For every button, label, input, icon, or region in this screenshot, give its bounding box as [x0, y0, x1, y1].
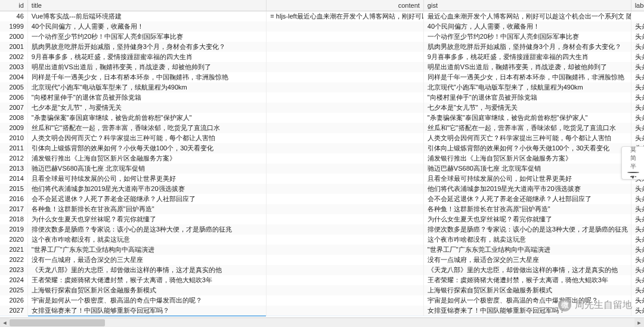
- cell-gist[interactable]: "世界工厂"广东东莞工业结构向中高端演进: [423, 245, 631, 255]
- table-row[interactable]: 2028曹骏 林志颖助阵热烈庆祝魅丝六周年群星演唱会完美收官！曹骏 林志颖助阵热…: [0, 316, 644, 317]
- cell-id[interactable]: 2003: [0, 62, 27, 72]
- table-row[interactable]: 2006"向楼村里伸手"的退休官员被开除党籍"向楼村里伸手"的退休官员被开除党籍…: [0, 92, 644, 103]
- cell-content[interactable]: [267, 123, 423, 133]
- cell-labels[interactable]: 头条: [631, 265, 644, 275]
- cell-content[interactable]: [267, 32, 423, 42]
- cell-id[interactable]: 2025: [0, 285, 27, 295]
- cell-content[interactable]: [267, 164, 423, 174]
- cell-content[interactable]: [267, 224, 423, 235]
- table-row[interactable]: 2021"世界工厂"广东东莞工业结构向中高端演进"世界工厂"广东东莞工业结构向中…: [0, 245, 644, 255]
- cell-title[interactable]: "向楼村里伸手"的退休官员被开除党籍: [27, 92, 267, 103]
- cell-content[interactable]: [267, 153, 423, 164]
- cell-gist[interactable]: 上海银行探索自贸区新片区金融服务新模式: [423, 285, 631, 295]
- scroll-right-arrow-icon[interactable]: ►: [634, 318, 644, 328]
- cell-gist[interactable]: 同样是千年一遇美少女，日本有桥本环奈，中国鞠婧祎，非洲脸惊艳: [423, 72, 631, 82]
- cell-content[interactable]: [267, 184, 423, 194]
- cell-gist[interactable]: 丝瓜和"它"搭配在一起，营养丰富，香味浓郁，吃货见了直流口水: [423, 123, 631, 133]
- cell-labels[interactable]: 头条: [631, 123, 644, 133]
- cell-labels[interactable]: 头条: [631, 21, 644, 32]
- table-row[interactable]: 2009丝瓜和"它"搭配在一起，营养丰富，香味浓郁，吃货见了直流口水丝瓜和"它"…: [0, 123, 644, 133]
- cell-gist[interactable]: 《天龙八部》里的大忠臣，却曾做出这样的事情，这才是真实的他: [423, 265, 631, 275]
- cell-title[interactable]: 曹骏 林志颖助阵热烈庆祝魅丝六周年群星演唱会完美收官！: [27, 316, 267, 317]
- cell-title[interactable]: 这个夜市咋啥都没有，就卖这玩意: [27, 235, 267, 245]
- cell-id[interactable]: 2026: [0, 295, 27, 306]
- cell-title[interactable]: 肌肉男故意吃胖后开始减脂，坚持健身3个月，身材会有多大变化？: [27, 42, 267, 52]
- cell-gist[interactable]: 排便次数多是肠癌？专家说：该小心的是这3种大便，才是肠癌的征兆: [423, 224, 631, 235]
- cell-id[interactable]: 2004: [0, 72, 27, 82]
- cell-gist[interactable]: "杀妻骗保案"泰国庭审继续，被告此前曾称想"保护家人": [423, 113, 631, 123]
- cell-id[interactable]: 2017: [0, 204, 27, 214]
- cell-gist[interactable]: 他们将代表浦城参加2019星光大道南平市20强选拔赛: [423, 184, 631, 194]
- cell-id[interactable]: 2008: [0, 113, 27, 123]
- cell-gist[interactable]: 且看全球最可持续发展的公司，如何让世界更美好: [423, 174, 631, 184]
- cell-id[interactable]: 46: [0, 11, 27, 21]
- cell-labels[interactable]: 头条: [631, 72, 644, 82]
- table-row[interactable]: 2016会不会延迟退休？人死了养老金还能继承？人社部回应了会不会延迟退休？人死了…: [0, 194, 644, 204]
- cell-content[interactable]: [267, 143, 423, 153]
- table-row[interactable]: 2023《天龙八部》里的大忠臣，却曾做出这样的事情，这才是真实的他《天龙八部》里…: [0, 265, 644, 275]
- scroll-thumb[interactable]: [10, 319, 105, 326]
- cell-title[interactable]: 排便次数多是肠癌？专家说：该小心的是这3种大便，才是肠癌的征兆: [27, 224, 267, 235]
- col-header-labels[interactable]: labels: [631, 0, 644, 11]
- table-row[interactable]: 2004同样是千年一遇美少女，日本有桥本环奈，中国鞠婧祎，非洲脸惊艳同样是千年一…: [0, 72, 644, 82]
- cell-title[interactable]: 王者荣耀：虞姬骑猪大佬遭封禁，猴子太离谱，骑他大鲲吹3年: [27, 275, 267, 285]
- cell-labels[interactable]: 头条: [631, 32, 644, 42]
- cell-gist[interactable]: 人类文明会因何而灭亡？科学家提出三种可能，每个都让人害怕: [423, 133, 631, 143]
- cell-id[interactable]: 2019: [0, 224, 27, 235]
- cell-id[interactable]: 2006: [0, 92, 27, 103]
- cell-gist[interactable]: 引体向上锻炼背部的效果如何？小伙每天做100个，30天看变化: [423, 143, 631, 153]
- cell-labels[interactable]: 头条: [631, 275, 644, 285]
- cell-content[interactable]: [267, 113, 423, 123]
- col-header-content[interactable]: content: [267, 0, 423, 11]
- cell-content[interactable]: [267, 133, 423, 143]
- cell-title[interactable]: Vue博客实战---前后端环境搭建: [27, 11, 267, 21]
- cell-id[interactable]: 2000: [0, 32, 27, 42]
- cell-labels[interactable]: 头条: [631, 204, 644, 214]
- cell-id[interactable]: 2018: [0, 214, 27, 224]
- cell-id[interactable]: 2015: [0, 184, 27, 194]
- cell-gist[interactable]: 驰迈巴赫VS680高顶七座 北京现车促销: [423, 164, 631, 174]
- cell-title[interactable]: 引体向上锻炼背部的效果如何？小伙每天做100个，30天看变化: [27, 143, 267, 153]
- cell-id[interactable]: 1999: [0, 21, 27, 32]
- cell-labels[interactable]: [631, 11, 644, 21]
- cell-title[interactable]: 人类文明会因何而灭亡？科学家提出三种可能，每个都让人害怕: [27, 133, 267, 143]
- cell-gist[interactable]: 这个夜市咋啥都没有，就卖这玩意: [423, 235, 631, 245]
- cell-labels[interactable]: 头条: [631, 285, 644, 295]
- cell-title[interactable]: 《天龙八部》里的大忠臣，却曾做出这样的事情，这才是真实的他: [27, 265, 267, 275]
- cell-content[interactable]: [267, 72, 423, 82]
- cell-content[interactable]: [267, 62, 423, 72]
- cell-id[interactable]: 2023: [0, 265, 27, 275]
- cell-labels[interactable]: 头条: [631, 184, 644, 194]
- cell-content[interactable]: [267, 214, 423, 224]
- cell-id[interactable]: 2009: [0, 123, 27, 133]
- col-header-id[interactable]: id: [0, 0, 27, 11]
- table-row[interactable]: 2017各种鱼！这群新排长在甘孜高原"回炉再造"各种鱼！这群新排长在甘孜高原"回…: [0, 204, 644, 214]
- cell-labels[interactable]: 头条: [631, 52, 644, 62]
- table-row[interactable]: 2020这个夜市咋啥都没有，就卖这玩意这个夜市咋啥都没有，就卖这玩意头条2019…: [0, 235, 644, 245]
- cell-title[interactable]: 为什么女生夏天也穿丝袜呢？看完你就懂了: [27, 214, 267, 224]
- cell-id[interactable]: 2011: [0, 143, 27, 153]
- col-header-title[interactable]: title: [27, 0, 267, 11]
- cell-title[interactable]: 40个民间偏方，人人需要，收藏备用！: [27, 21, 267, 32]
- table-row[interactable]: 2025上海银行探索自贸区新片区金融服务新模式上海银行探索自贸区新片区金融服务新…: [0, 285, 644, 295]
- cell-content[interactable]: [267, 82, 423, 92]
- cell-id[interactable]: 2028: [0, 316, 27, 317]
- cell-id[interactable]: 2002: [0, 52, 27, 62]
- cell-gist[interactable]: 没有一点城府，最适合深交的三大星座: [423, 255, 631, 265]
- cell-id[interactable]: 2022: [0, 255, 27, 265]
- cell-gist[interactable]: 王者荣耀：虞姬骑猪大佬遭封禁，猴子太离谱，骑他大鲲吹3年: [423, 275, 631, 285]
- cell-gist[interactable]: 为什么女生夏天也穿丝袜呢？看完你就懂了: [423, 214, 631, 224]
- cell-gist[interactable]: 一个动作至少节约20秒！中国军人亮剑国际军事比赛: [423, 32, 631, 42]
- cell-labels[interactable]: 头条: [631, 62, 644, 72]
- table-row[interactable]: 2024王者荣耀：虞姬骑猪大佬遭封禁，猴子太离谱，骑他大鲲吹3年王者荣耀：虞姬骑…: [0, 275, 644, 285]
- cell-content[interactable]: [267, 275, 423, 285]
- cell-gist[interactable]: 会不会延迟退休？人死了养老金还能继承？人社部回应了: [423, 194, 631, 204]
- cell-title[interactable]: "杀妻骗保案"泰国庭审继续，被告此前曾称想"保护家人": [27, 113, 267, 123]
- cell-labels[interactable]: 头条: [631, 245, 644, 255]
- cell-title[interactable]: 同样是千年一遇美少女，日本有桥本环奈，中国鞠婧祎，非洲脸惊艳: [27, 72, 267, 82]
- cell-id[interactable]: 2016: [0, 194, 27, 204]
- cell-id[interactable]: 2005: [0, 82, 27, 92]
- table-row[interactable]: 2001肌肉男故意吃胖后开始减脂，坚持健身3个月，身材会有多大变化？肌肉男故意吃…: [0, 42, 644, 52]
- cell-content[interactable]: [267, 285, 423, 295]
- table-row[interactable]: 2011引体向上锻炼背部的效果如何？小伙每天做100个，30天看变化引体向上锻炼…: [0, 143, 644, 153]
